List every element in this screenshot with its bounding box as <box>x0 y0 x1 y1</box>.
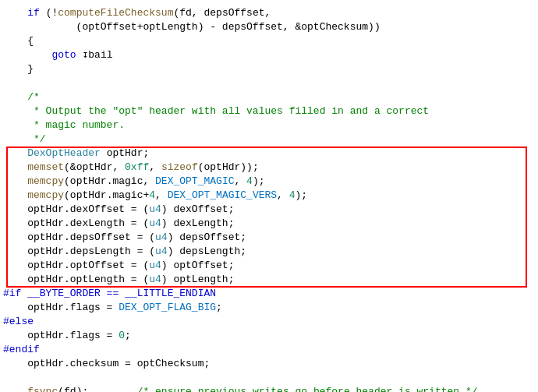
code-line: optHdr.flags = 0; <box>0 329 538 343</box>
line-content: optHdr.flags = DEX_OPT_FLAG_BIG; <box>0 301 538 315</box>
token: optHdr.flags = <box>3 302 119 313</box>
line-content: #endif <box>0 343 538 357</box>
token: u4 <box>155 245 168 257</box>
line-content: optHdr.optOffset = (u4) optOffset; <box>0 259 538 273</box>
token: ; <box>216 302 222 313</box>
token: (&optHdr, <box>64 161 125 173</box>
token: (fd); <box>58 386 136 392</box>
code-line: optHdr.depsOffset = (u4) depsOffset; <box>0 231 538 245</box>
token: u4 <box>149 203 161 215</box>
line-content: memset(&optHdr, 0xff, sizeof(optHdr)); <box>0 161 538 175</box>
token: (! <box>40 7 58 19</box>
token <box>3 386 27 392</box>
token <box>3 189 27 201</box>
line-content: optHdr.depsOffset = (u4) depsOffset; <box>0 231 538 245</box>
code-lines: if (!computeFileChecksum(fd, depsOffset,… <box>0 6 538 392</box>
token: computeFileChecksum <box>58 7 173 19</box>
token: 4 <box>289 189 296 201</box>
line-content: memcpy(optHdr.magic+4, DEX_OPT_MAGIC_VER… <box>0 189 538 203</box>
token: { <box>3 35 34 47</box>
line-content: #else <box>0 315 538 329</box>
code-line: #if __BYTE_ORDER == __LITTLE_ENDIAN <box>0 287 538 301</box>
code-line: goto ↧bail <box>0 48 538 62</box>
code-line: #endif <box>0 343 538 357</box>
line-content: optHdr.depsLength = (u4) depsLength; <box>0 245 538 259</box>
token: sizeof <box>161 161 198 173</box>
token: /* <box>3 91 40 103</box>
token <box>3 161 27 173</box>
token: ) dexLength; <box>161 217 235 229</box>
code-line <box>0 76 538 90</box>
token: optHdr.optOffset = ( <box>3 260 149 271</box>
code-line: memset(&optHdr, 0xff, sizeof(optHdr)); <box>0 161 538 175</box>
token: fsync <box>27 386 58 392</box>
line-content: optHdr.flags = 0; <box>0 329 538 343</box>
code-line: DexOptHeader optHdr; <box>0 147 538 161</box>
token: DEX_OPT_MAGIC_VERS <box>168 189 277 201</box>
token: optHdr.depsLength = ( <box>3 245 155 257</box>
line-content: DexOptHeader optHdr; <box>0 147 538 161</box>
line-content: (optOffset+optLength) - depsOffset, &opt… <box>0 20 538 34</box>
token: (fd, depsOffset, <box>173 7 271 19</box>
code-line: optHdr.optOffset = (u4) optOffset; <box>0 259 538 273</box>
token: (optHdr.magic, <box>64 175 155 187</box>
line-content: * magic number. <box>0 118 538 132</box>
token: , <box>277 189 289 201</box>
code-line: { <box>0 34 538 48</box>
code-line: fsync(fd); /* ensure previous writes go … <box>0 385 538 392</box>
line-content: optHdr.dexLength = (u4) dexLength; <box>0 217 538 231</box>
token: (optHdr)); <box>198 161 259 173</box>
token: ) depsOffset; <box>168 231 246 243</box>
code-line <box>0 371 538 385</box>
line-content: if (!computeFileChecksum(fd, depsOffset, <box>0 6 538 20</box>
token: #endif <box>3 344 40 355</box>
token: #if __BYTE_ORDER == __LITTLE_ENDIAN <box>3 288 216 299</box>
code-line: /* <box>0 90 538 104</box>
token: if <box>27 7 40 19</box>
line-content: /* <box>0 90 538 104</box>
token: , <box>155 189 168 201</box>
code-line: */ <box>0 132 538 147</box>
token: 0xff <box>125 161 149 173</box>
code-line: optHdr.optLength = (u4) optLength; <box>0 273 538 287</box>
token <box>3 175 27 187</box>
token <box>3 7 27 19</box>
token: ) depsLength; <box>168 245 246 257</box>
token: optHdr.checksum = optChecksum; <box>3 358 210 369</box>
token: ; <box>125 330 131 341</box>
token: #else <box>3 316 34 327</box>
token: , <box>149 161 161 173</box>
line-content: optHdr.optLength = (u4) optLength; <box>0 273 538 287</box>
code-line: * magic number. <box>0 118 538 132</box>
code-line: optHdr.depsLength = (u4) depsLength; <box>0 245 538 259</box>
line-content: optHdr.checksum = optChecksum; <box>0 357 538 371</box>
line-content: */ <box>0 132 538 147</box>
code-container: if (!computeFileChecksum(fd, depsOffset,… <box>0 0 538 392</box>
token: memcpy <box>27 189 64 201</box>
token: optHdr.dexLength = ( <box>3 217 149 229</box>
token: goto <box>51 49 76 61</box>
token: (optHdr.magic+ <box>64 189 149 201</box>
token: DexOptHeader <box>27 147 101 159</box>
token: ); <box>296 189 308 201</box>
token: 4 <box>246 175 253 187</box>
token: ) optOffset; <box>161 260 235 271</box>
line-content: fsync(fd); /* ensure previous writes go … <box>0 385 538 392</box>
token: 4 <box>149 189 155 201</box>
code-line: memcpy(optHdr.magic, DEX_OPT_MAGIC, 4); <box>0 175 538 189</box>
code-line: if (!computeFileChecksum(fd, depsOffset, <box>0 6 538 20</box>
token: optHdr.dexOffset = ( <box>3 203 149 215</box>
token <box>3 147 27 159</box>
line-content: { <box>0 34 538 48</box>
code-line: } <box>0 62 538 76</box>
token: (optOffset+optLength) - depsOffset, &opt… <box>3 21 380 33</box>
token: u4 <box>149 260 161 271</box>
token: optHdr.flags = <box>3 330 119 341</box>
token: /* ensure previous writes go before head… <box>137 386 478 392</box>
code-line: * Output the "opt" header with all value… <box>0 104 538 118</box>
token: , <box>234 175 246 187</box>
token: u4 <box>149 217 161 229</box>
token: optHdr.optLength = ( <box>3 274 149 285</box>
token: u4 <box>149 274 161 285</box>
token: u4 <box>155 231 168 243</box>
